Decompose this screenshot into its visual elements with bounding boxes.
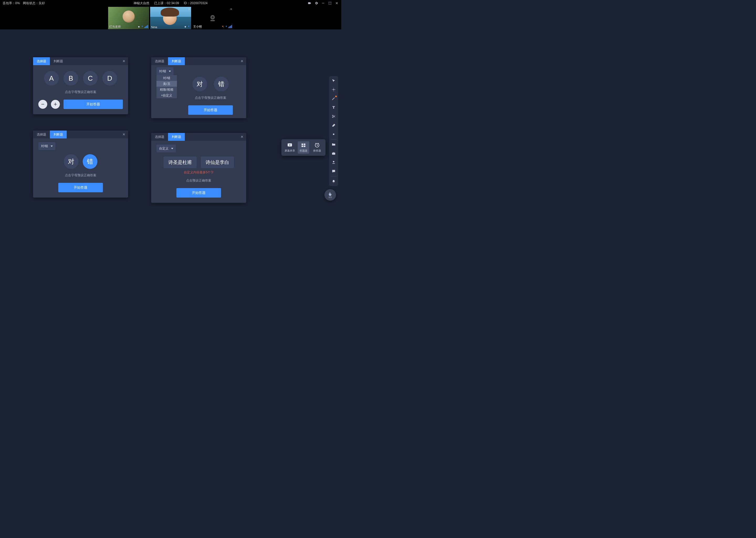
dd-item-4[interactable]: +自定义 <box>157 92 177 98</box>
answer-panel-choice: 选择题 判断题 × A B C D 点击字母预设正确答案 − + 开始答题 <box>33 57 128 114</box>
start-button[interactable]: 开始答题 <box>188 105 233 115</box>
tool-screen-share[interactable]: 屏幕共享 <box>284 141 296 154</box>
svg-point-17 <box>333 161 334 162</box>
panel-close[interactable]: × <box>120 131 128 138</box>
minimize-icon[interactable] <box>321 1 325 5</box>
scissors-icon[interactable] <box>331 114 336 119</box>
svg-point-15 <box>333 134 334 135</box>
dd-item-2[interactable]: 美/丑 <box>157 81 177 87</box>
svg-point-5 <box>212 16 214 18</box>
start-button[interactable]: 开始答题 <box>176 188 221 197</box>
panel-close[interactable]: × <box>238 57 246 65</box>
start-button[interactable]: 开始答题 <box>64 100 123 109</box>
svg-point-1 <box>138 26 140 27</box>
move-tool-icon[interactable] <box>331 87 336 92</box>
answer-panel-tf-selected: 选择题 判断题 × 对/错 对 错 点击字母预设正确答案 开始答题 <box>33 131 128 197</box>
video-student-2[interactable]: × 王小明 <box>192 7 233 29</box>
tab-choice[interactable]: 选择题 <box>33 57 50 65</box>
camera-off-icon <box>208 13 218 24</box>
chevron-down-icon <box>171 148 173 149</box>
video-name: 叮当老师 <box>109 25 121 28</box>
option-true[interactable]: 对 <box>64 154 78 169</box>
custom-option-2[interactable]: 诗仙是李白 <box>201 157 234 168</box>
topbar: 丢包率：0% 网络状态：良好 神秘大自然 已上课：02:34:09 ID：202… <box>0 0 341 6</box>
custom-option-1[interactable]: 诗圣是杜甫 <box>164 157 197 168</box>
tf-type-dropdown[interactable]: 对/错 <box>38 142 55 150</box>
option-d[interactable]: D <box>102 71 117 86</box>
user-icon[interactable] <box>331 160 336 165</box>
pen-tool-icon[interactable] <box>331 96 336 101</box>
tab-truefalse[interactable]: 判断题 <box>168 57 185 65</box>
svg-rect-8 <box>302 144 303 145</box>
toolbox-icon[interactable] <box>331 151 336 156</box>
close-icon[interactable] <box>335 1 339 5</box>
camera-icon[interactable] <box>307 1 311 5</box>
mic-muted-icon <box>221 26 224 28</box>
video-student-1[interactable]: × Nina <box>150 7 191 29</box>
pointer-tool-icon[interactable] <box>331 78 336 83</box>
fullscreen-icon[interactable] <box>328 1 332 5</box>
network-status: 网络状态：良好 <box>23 1 45 6</box>
chat-icon[interactable] <box>331 169 336 174</box>
tab-truefalse[interactable]: 判断题 <box>168 133 185 141</box>
svg-rect-11 <box>304 145 305 147</box>
tf-type-dropdown[interactable]: 对/错 <box>157 67 173 75</box>
answer-panel-tf-dropdown: 选择题 判断题 × 对/错 对/错 美/丑 精致/粗糙 +自定义 对 错 点击字… <box>151 57 246 118</box>
tab-truefalse[interactable]: 判断题 <box>50 131 67 138</box>
dd-item-3[interactable]: 精致/粗糙 <box>157 87 177 92</box>
svg-point-2 <box>185 26 186 27</box>
video-teacher[interactable]: 叮当老师 <box>108 7 149 29</box>
svg-rect-0 <box>322 3 324 3</box>
video-close[interactable]: × <box>188 7 190 11</box>
dd-item-1[interactable]: 对/错 <box>157 75 177 81</box>
packet-loss: 丢包率：0% <box>3 1 20 6</box>
option-false-selected[interactable]: 错 <box>83 154 97 169</box>
svg-rect-16 <box>332 153 335 154</box>
mic-icon <box>187 26 190 28</box>
video-strip: 叮当老师 × Nina × 王小明 <box>0 6 341 29</box>
tab-choice[interactable]: 选择题 <box>151 133 168 141</box>
mic-icon <box>225 26 228 28</box>
raise-hand-fab[interactable]: 0/2 <box>324 189 336 201</box>
camera-icon <box>138 26 140 28</box>
mic-icon <box>141 26 144 28</box>
video-close[interactable]: × <box>230 7 232 11</box>
option-b[interactable]: B <box>64 71 78 86</box>
teaching-tools-popover: 屏幕共享 答题器 抢答器 <box>281 139 325 156</box>
hint-text: 点击字母预设正确答案 <box>38 90 123 94</box>
answer-panel-custom: 选择题 判断题 × 自定义 诗圣是杜甫 诗仙是李白 自定义内容最多5个字 点击预… <box>151 133 246 203</box>
start-button[interactable]: 开始答题 <box>58 183 103 192</box>
option-false[interactable]: 错 <box>214 77 229 91</box>
hint-text: 点击字母预设正确答案 <box>38 173 123 178</box>
bell-icon[interactable] <box>331 179 336 184</box>
option-c[interactable]: C <box>83 71 98 86</box>
video-name: 王小明 <box>193 25 202 28</box>
svg-rect-4 <box>211 20 215 21</box>
raise-hand-count: 0/2 <box>329 196 332 198</box>
tab-choice[interactable]: 选择题 <box>33 131 50 138</box>
video-name: Nina <box>151 26 157 28</box>
tool-answer-device[interactable]: 答题器 <box>298 141 309 154</box>
tab-choice[interactable]: 选择题 <box>151 57 168 65</box>
option-true[interactable]: 对 <box>192 77 207 91</box>
tab-truefalse[interactable]: 判断题 <box>50 57 67 65</box>
warning-text: 自定义内容最多5个字 <box>157 170 241 175</box>
hint-text: 点击预设正确答案 <box>157 178 241 183</box>
panel-close[interactable]: × <box>120 57 128 65</box>
brightness-icon[interactable] <box>331 132 336 136</box>
chevron-down-icon <box>169 71 171 72</box>
text-tool-icon[interactable] <box>331 105 336 110</box>
session-id: ID：2020070324 <box>184 1 208 6</box>
panel-close[interactable]: × <box>238 133 246 141</box>
option-add[interactable]: + <box>51 100 60 109</box>
eraser-icon[interactable] <box>331 123 336 128</box>
tf-type-dropdown[interactable]: 自定义 <box>157 144 176 152</box>
svg-rect-10 <box>302 145 303 147</box>
folder-icon[interactable] <box>331 142 336 147</box>
svg-rect-9 <box>304 144 305 145</box>
option-remove[interactable]: − <box>38 100 47 109</box>
tool-buzzer[interactable]: 抢答器 <box>311 141 323 154</box>
chevron-down-icon <box>51 145 53 147</box>
gear-icon[interactable] <box>314 1 318 5</box>
option-a[interactable]: A <box>44 71 59 86</box>
